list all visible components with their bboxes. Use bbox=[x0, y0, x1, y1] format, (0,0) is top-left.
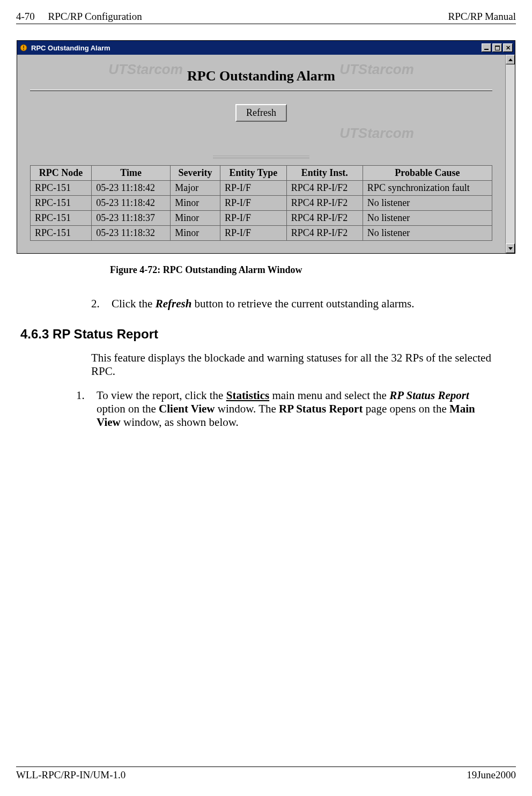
maximize-button[interactable] bbox=[492, 43, 502, 52]
step-2: 2. Click the Refresh button to retrieve … bbox=[91, 297, 500, 311]
footer-left: WLL-RPC/RP-IN/UM-1.0 bbox=[16, 769, 125, 781]
cell-severity: Minor bbox=[171, 226, 220, 241]
intro-paragraph: This feature displays the blockade and w… bbox=[91, 351, 500, 378]
step-text: To view the report, click the bbox=[97, 389, 226, 402]
page-number: 4-70 bbox=[16, 11, 35, 22]
page-ref: RP Status Report bbox=[279, 402, 363, 415]
cell-node: RPC-151 bbox=[31, 181, 92, 196]
cell-cause: No listener bbox=[363, 226, 492, 241]
step-text: Click the bbox=[112, 297, 156, 310]
cell-cause: No listener bbox=[363, 211, 492, 226]
watermark-text: UTStarcom bbox=[108, 61, 183, 78]
cell-cause: RPC synchronization fault bbox=[363, 181, 492, 196]
step-text: page opens on the bbox=[363, 402, 449, 415]
step-number: 1. bbox=[76, 389, 97, 429]
cell-entity-inst: RPC4 RP-I/F2 bbox=[286, 226, 363, 241]
step-1: 1. To view the report, click the Statist… bbox=[76, 389, 500, 429]
section-heading: 4.6.3 RP Status Report bbox=[20, 327, 516, 342]
svg-rect-2 bbox=[23, 49, 24, 50]
cell-severity: Minor bbox=[171, 196, 220, 211]
watermark-row: UTStarcom UTStarcom bbox=[30, 61, 492, 78]
cell-entity-type: RP-I/F bbox=[220, 226, 286, 241]
menu-ref: Statistics bbox=[226, 389, 270, 402]
window-content: UTStarcom UTStarcom RPC Outstanding Alar… bbox=[17, 55, 505, 253]
col-severity: Severity bbox=[171, 166, 220, 181]
table-row[interactable]: RPC-151 05-23 11:18:32 Minor RP-I/F RPC4… bbox=[31, 226, 492, 241]
step-text: window, as shown below. bbox=[121, 416, 239, 429]
cell-entity-inst: RPC4 RP-I/F2 bbox=[286, 211, 363, 226]
cell-time: 05-23 11:18:42 bbox=[92, 181, 171, 196]
table-row[interactable]: RPC-151 05-23 11:18:42 Minor RP-I/F RPC4… bbox=[31, 196, 492, 211]
window-titlebar[interactable]: RPC Outstanding Alarm ✕ bbox=[17, 41, 515, 55]
cell-entity-type: RP-I/F bbox=[220, 196, 286, 211]
alarm-window: RPC Outstanding Alarm ✕ UTStarcom UTStar… bbox=[17, 40, 515, 254]
window-ref: Client View bbox=[159, 402, 215, 415]
cell-severity: Major bbox=[171, 181, 220, 196]
step-text: window. The bbox=[215, 402, 279, 415]
minimize-button[interactable] bbox=[482, 43, 491, 52]
vertical-scrollbar[interactable] bbox=[505, 55, 515, 253]
cell-time: 05-23 11:18:37 bbox=[92, 211, 171, 226]
section-name: RPC/RP Configuration bbox=[48, 11, 142, 22]
refresh-button[interactable]: Refresh bbox=[235, 104, 287, 122]
cell-entity-type: RP-I/F bbox=[220, 211, 286, 226]
step-text: option on the bbox=[97, 402, 159, 415]
scroll-up-button[interactable] bbox=[506, 55, 515, 64]
alarm-table: RPC Node Time Severity Entity Type Entit… bbox=[30, 165, 492, 241]
chevron-up-icon bbox=[508, 58, 513, 61]
footer-right: 19June2000 bbox=[467, 769, 516, 781]
cell-cause: No listener bbox=[363, 196, 492, 211]
decorative-bars bbox=[213, 156, 309, 159]
step-text: main menu and select the bbox=[269, 389, 389, 402]
horizontal-rule bbox=[30, 90, 492, 91]
figure-caption: Figure 4-72: RPC Outstanding Alarm Windo… bbox=[110, 264, 516, 276]
cell-node: RPC-151 bbox=[31, 226, 92, 241]
cell-time: 05-23 11:18:42 bbox=[92, 196, 171, 211]
watermark-text: UTStarcom bbox=[339, 61, 414, 78]
scroll-track[interactable] bbox=[506, 64, 515, 244]
table-row[interactable]: RPC-151 05-23 11:18:42 Major RP-I/F RPC4… bbox=[31, 181, 492, 196]
page-header: 4-70 RPC/RP Configuration RPC/RP Manual bbox=[16, 11, 516, 24]
cell-node: RPC-151 bbox=[31, 196, 92, 211]
cell-severity: Minor bbox=[171, 211, 220, 226]
chevron-down-icon bbox=[508, 247, 513, 250]
cell-entity-inst: RPC4 RP-I/F2 bbox=[286, 196, 363, 211]
table-row[interactable]: RPC-151 05-23 11:18:37 Minor RP-I/F RPC4… bbox=[31, 211, 492, 226]
refresh-ref: Refresh bbox=[156, 297, 192, 310]
option-ref: RP Status Report bbox=[389, 389, 469, 402]
scroll-down-button[interactable] bbox=[506, 244, 515, 253]
col-entity-inst: Entity Inst. bbox=[286, 166, 363, 181]
svg-rect-1 bbox=[23, 46, 24, 48]
watermark-row: UTStarcom UTStarcom bbox=[30, 125, 492, 142]
cell-node: RPC-151 bbox=[31, 211, 92, 226]
col-cause: Probable Cause bbox=[363, 166, 492, 181]
col-time: Time bbox=[92, 166, 171, 181]
manual-name: RPC/RP Manual bbox=[448, 11, 516, 23]
step-text: button to retrieve the current outstandi… bbox=[191, 297, 414, 310]
cell-entity-inst: RPC4 RP-I/F2 bbox=[286, 181, 363, 196]
watermark-text: UTStarcom bbox=[339, 125, 414, 142]
table-header-row: RPC Node Time Severity Entity Type Entit… bbox=[31, 166, 492, 181]
cell-entity-type: RP-I/F bbox=[220, 181, 286, 196]
app-icon bbox=[19, 43, 28, 52]
col-entity-type: Entity Type bbox=[220, 166, 286, 181]
cell-time: 05-23 11:18:32 bbox=[92, 226, 171, 241]
step-number: 2. bbox=[91, 297, 112, 311]
close-button[interactable]: ✕ bbox=[503, 43, 513, 52]
window-title: RPC Outstanding Alarm bbox=[31, 44, 110, 52]
page-footer: WLL-RPC/RP-IN/UM-1.0 19June2000 bbox=[16, 766, 516, 781]
col-node: RPC Node bbox=[31, 166, 92, 181]
